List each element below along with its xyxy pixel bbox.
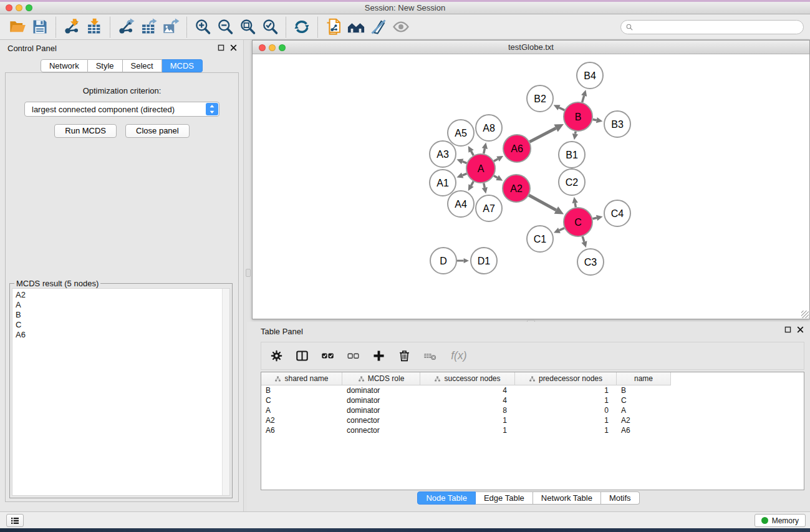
node-B[interactable]: B bbox=[564, 102, 592, 131]
cell-successor-nodes[interactable]: 1 bbox=[420, 425, 515, 435]
node-A7[interactable]: A7 bbox=[476, 195, 502, 221]
node-D[interactable]: D bbox=[430, 248, 456, 274]
node-A1[interactable]: A1 bbox=[430, 170, 456, 196]
vertical-split-grip[interactable] bbox=[246, 269, 251, 277]
node-B3[interactable]: B3 bbox=[604, 111, 630, 137]
edge-A2-C[interactable] bbox=[529, 195, 564, 215]
node-A2[interactable]: A2 bbox=[503, 175, 530, 202]
node-A3[interactable]: A3 bbox=[430, 141, 456, 167]
tab-network[interactable]: Network bbox=[41, 59, 88, 72]
cell-successor-nodes[interactable]: 1 bbox=[420, 415, 515, 425]
run-mcds-button[interactable]: Run MCDS bbox=[54, 124, 117, 138]
node-A8[interactable]: A8 bbox=[476, 115, 502, 141]
minimize-network-button[interactable] bbox=[269, 44, 276, 51]
edge-C-C4[interactable] bbox=[592, 215, 602, 221]
column-header-MCDS-role[interactable]: MCDS role bbox=[342, 372, 420, 385]
cell-predecessor-nodes[interactable]: 1 bbox=[515, 415, 617, 425]
tab-motifs[interactable]: Motifs bbox=[601, 491, 640, 505]
tab-select[interactable]: Select bbox=[123, 59, 162, 72]
criterion-dropdown[interactable]: largest connected component (directed) bbox=[24, 102, 219, 117]
refresh-button[interactable] bbox=[291, 16, 313, 37]
cell-shared-name[interactable]: C bbox=[261, 395, 342, 405]
mcds-result-list[interactable]: A2ABCA6 bbox=[12, 288, 230, 496]
import-network-button[interactable] bbox=[60, 16, 83, 37]
task-history-button[interactable] bbox=[6, 514, 24, 527]
node-C4[interactable]: C4 bbox=[604, 200, 630, 226]
search-input[interactable] bbox=[636, 22, 799, 32]
cell-shared-name[interactable]: A6 bbox=[261, 425, 342, 435]
select-all-button[interactable] bbox=[321, 349, 334, 362]
close-panel-icon[interactable] bbox=[229, 44, 238, 52]
search-field[interactable] bbox=[620, 20, 804, 34]
node-D1[interactable]: D1 bbox=[471, 248, 497, 274]
cell-name[interactable]: A bbox=[617, 405, 671, 415]
cell-successor-nodes[interactable]: 8 bbox=[420, 405, 515, 415]
cell-predecessor-nodes[interactable]: 1 bbox=[515, 425, 617, 435]
open-session-button[interactable] bbox=[6, 16, 29, 37]
mcds-result-item[interactable]: C bbox=[16, 320, 229, 330]
add-column-button[interactable] bbox=[372, 349, 385, 362]
cell-name[interactable]: A6 bbox=[617, 425, 671, 435]
tab-mcds[interactable]: MCDS bbox=[162, 59, 203, 72]
cell-name[interactable]: C bbox=[617, 395, 671, 405]
edge-A-A8[interactable] bbox=[482, 143, 488, 154]
import-table-button[interactable] bbox=[83, 16, 105, 37]
hide-graphics-details-button[interactable] bbox=[367, 16, 390, 37]
cell-MCDS-role[interactable]: connector bbox=[342, 415, 420, 425]
zoom-network-button[interactable] bbox=[279, 44, 286, 51]
node-A4[interactable]: A4 bbox=[448, 191, 474, 217]
mcds-result-item[interactable]: A6 bbox=[16, 330, 229, 340]
edge-B-B4[interactable] bbox=[581, 90, 587, 102]
node-B2[interactable]: B2 bbox=[527, 85, 553, 112]
delete-button[interactable] bbox=[398, 349, 411, 362]
column-header-name[interactable]: name bbox=[617, 372, 671, 385]
column-header-predecessor-nodes[interactable]: predecessor nodes bbox=[515, 372, 617, 385]
edge-A-A5[interactable] bbox=[468, 146, 474, 155]
close-panel-icon[interactable] bbox=[796, 326, 804, 334]
network-window[interactable]: testGlobe.txt ABCA2A6A1A3A4A5A7A8B1B2B3B… bbox=[252, 40, 810, 319]
save-session-button[interactable] bbox=[29, 16, 51, 37]
gear-button[interactable] bbox=[270, 349, 283, 362]
mcds-result-item[interactable]: A2 bbox=[16, 290, 229, 300]
zoom-fit-button[interactable] bbox=[236, 16, 259, 37]
node-B4[interactable]: B4 bbox=[577, 62, 603, 89]
node-C2[interactable]: C2 bbox=[559, 169, 585, 195]
table-row[interactable]: Adominator80A bbox=[261, 405, 804, 415]
deselect-all-button[interactable] bbox=[347, 349, 360, 362]
delete-table-button[interactable] bbox=[423, 349, 436, 362]
tab-node-table[interactable]: Node Table bbox=[417, 491, 476, 505]
export-network-button[interactable] bbox=[115, 16, 137, 37]
network-window-titlebar[interactable]: testGlobe.txt bbox=[253, 41, 809, 54]
edge-B-B1[interactable] bbox=[572, 132, 578, 140]
node-A[interactable]: A bbox=[466, 154, 495, 183]
network-canvas[interactable]: ABCA2A6A1A3A4A5A7A8B1B2B3B4C1C2C3C4DD1 bbox=[253, 55, 809, 319]
cell-predecessor-nodes[interactable]: 0 bbox=[515, 405, 617, 415]
tab-style[interactable]: Style bbox=[88, 59, 123, 72]
edge-A-A6[interactable] bbox=[494, 156, 503, 162]
cell-predecessor-nodes[interactable]: 1 bbox=[515, 395, 617, 405]
edge-A-A7[interactable] bbox=[482, 183, 488, 194]
memory-button[interactable]: Memory bbox=[755, 514, 806, 527]
float-panel-icon[interactable] bbox=[784, 326, 792, 334]
cell-MCDS-role[interactable]: dominator bbox=[342, 385, 420, 395]
columns-button[interactable] bbox=[296, 349, 309, 362]
function-button[interactable]: f(x) bbox=[449, 349, 473, 362]
zoom-window-button[interactable] bbox=[26, 4, 32, 11]
edge-C-C2[interactable] bbox=[572, 197, 578, 208]
cell-predecessor-nodes[interactable]: 1 bbox=[515, 385, 617, 395]
zoom-selected-button[interactable] bbox=[259, 16, 281, 37]
close-window-button[interactable] bbox=[6, 4, 12, 11]
node-B1[interactable]: B1 bbox=[559, 142, 585, 168]
cell-successor-nodes[interactable]: 4 bbox=[420, 395, 515, 405]
table-row[interactable]: Bdominator41B bbox=[261, 385, 804, 395]
table-row[interactable]: A2connector11A2 bbox=[261, 415, 804, 425]
mcds-result-item[interactable]: B bbox=[16, 310, 229, 320]
network-from-selection-button[interactable] bbox=[322, 16, 345, 37]
edge-A6-B[interactable] bbox=[529, 124, 564, 142]
node-A6[interactable]: A6 bbox=[503, 135, 531, 162]
cell-successor-nodes[interactable]: 4 bbox=[420, 385, 515, 395]
zoom-in-button[interactable] bbox=[191, 16, 214, 37]
edge-B-B3[interactable] bbox=[593, 117, 603, 123]
table-row[interactable]: Cdominator41C bbox=[261, 395, 804, 405]
edge-A-A2[interactable] bbox=[494, 175, 503, 181]
